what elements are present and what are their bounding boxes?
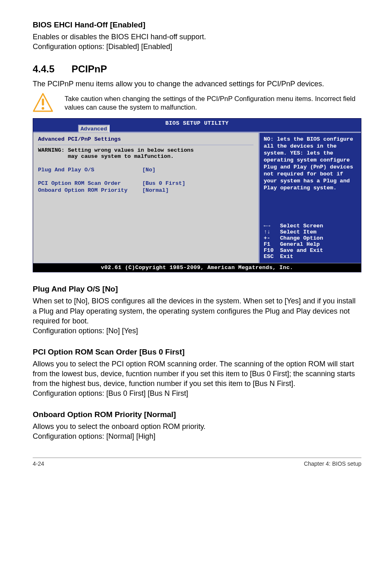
heading-scan-order: PCI Option ROM Scan Order [Bus 0 First]	[33, 348, 361, 357]
nav-label: Save and Exit	[280, 247, 323, 254]
section-number: 4.4.5	[33, 63, 72, 75]
bios-left-pane: Advanced PCI/PnP Settings WARNING: Setti…	[33, 133, 259, 263]
heading-plug-play: Plug And Play O/S [No]	[33, 285, 361, 294]
bios-tab-advanced: Advanced	[78, 125, 110, 132]
bios-entry-value: [Normal]	[142, 187, 169, 193]
nav-label: Select Item	[280, 229, 316, 235]
svg-rect-1	[42, 99, 44, 105]
nav-key: ESC	[264, 254, 280, 260]
bios-entry-label: PCI Option ROM Scan Order	[38, 180, 142, 186]
bios-tabs: Advanced	[33, 126, 361, 132]
nav-key: F10	[264, 247, 280, 254]
body-text: The PCIPnP menu items allow you to chang…	[33, 79, 361, 89]
nav-key: ←→	[264, 223, 280, 229]
bios-entry-value: [Bus 0 First]	[142, 180, 185, 186]
text-line: Configuration options: [Disabled] [Enabl…	[33, 43, 172, 51]
bios-entry-value: [No]	[142, 167, 155, 173]
svg-point-2	[42, 107, 44, 110]
text-line: Configuration options: [No] [Yes]	[33, 327, 138, 335]
heading-bios-ehci: BIOS EHCI Hand-Off [Enabled]	[33, 20, 361, 29]
bios-pane-heading: Advanced PCI/PnP Settings	[38, 136, 253, 142]
text-line: may cause system to malfunction.	[38, 153, 174, 159]
body-text: When set to [No], BIOS configures all th…	[33, 296, 361, 336]
body-text: Allows you to select the onboard option …	[33, 422, 361, 442]
bios-entry-label: Plug And Play O/S	[38, 167, 142, 173]
page-footer: 4-24 Chapter 4: BIOS setup	[33, 458, 361, 467]
nav-label: General Help	[280, 241, 320, 247]
page-number: 4-24	[33, 460, 44, 467]
text-line: Allows you to select the PCI option ROM …	[33, 360, 355, 388]
bios-nav-help: ←→Select Screen ↑↓Select Item +-Change O…	[264, 223, 357, 260]
text-line: When set to [No], BIOS configures all th…	[33, 297, 356, 325]
text-line: Enables or disables the BIOS EHCI hand-o…	[33, 33, 206, 41]
chapter-label: Chapter 4: BIOS setup	[304, 460, 361, 467]
bios-right-pane: NO: lets the BIOS configure all the devi…	[259, 133, 361, 263]
bios-entry: Plug And Play O/S [No]	[38, 167, 253, 173]
section-heading: 4.4.5 PCIPnP	[33, 63, 361, 75]
heading-onboard-rom: Onboard Option ROM Priority [Normal]	[33, 410, 361, 419]
nav-label: Exit	[280, 254, 293, 260]
text-line: WARNING: Setting wrong values in below s…	[38, 147, 194, 153]
section-title: PCIPnP	[72, 63, 107, 75]
caution-icon	[33, 93, 53, 115]
text-line: Allows you to select the onboard option …	[33, 422, 206, 431]
text-line: Configuration options: [Normal] [High]	[33, 432, 155, 440]
bios-screenshot: BIOS SETUP UTILITY Advanced Advanced PCI…	[33, 118, 361, 273]
bios-entry-label: Onboard Option ROM Priority	[38, 187, 142, 193]
text-line: Configuration options: [Bus 0 First] [Bu…	[33, 389, 188, 397]
body-text: Allows you to select the PCI option ROM …	[33, 359, 361, 399]
bios-help-text: NO: lets the BIOS configure all the devi…	[264, 136, 357, 191]
nav-label: Select Screen	[280, 223, 323, 229]
caution-block: Take caution when changing the settings …	[33, 93, 361, 115]
nav-label: Change Option	[280, 235, 323, 241]
bios-entry: Onboard Option ROM Priority [Normal]	[38, 187, 253, 193]
nav-key: F1	[264, 241, 280, 247]
bios-entry: PCI Option ROM Scan Order [Bus 0 First]	[38, 180, 253, 186]
caution-text: Take caution when changing the settings …	[65, 93, 361, 112]
nav-key: +-	[264, 235, 280, 241]
body-text: Enables or disables the BIOS EHCI hand-o…	[33, 32, 361, 52]
bios-footer: v02.61 (C)Copyright 1985-2009, American …	[33, 263, 361, 272]
bios-warning: WARNING: Setting wrong values in below s…	[38, 147, 253, 159]
nav-key: ↑↓	[264, 229, 280, 235]
